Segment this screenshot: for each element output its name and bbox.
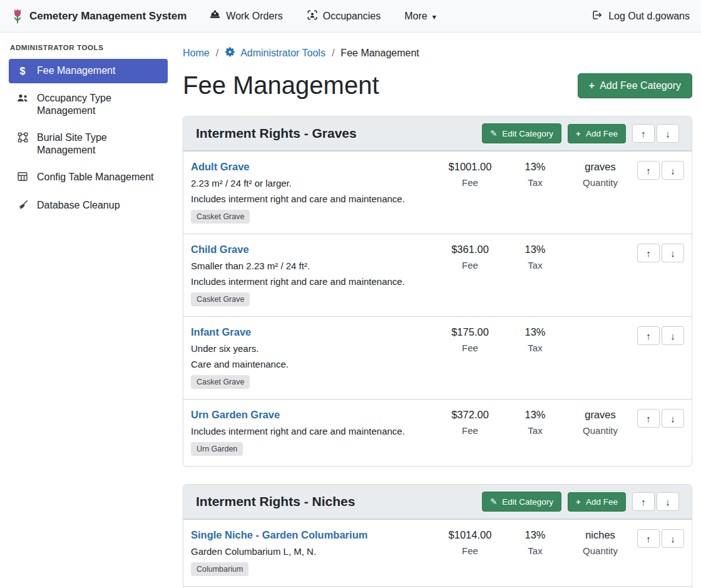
move-fee-down-button[interactable]: ↓: [662, 529, 684, 548]
fee-description: Care and maintenance.: [191, 359, 436, 369]
nav-work-orders[interactable]: Work Orders: [209, 9, 282, 23]
move-category-down-button[interactable]: ↓: [657, 124, 679, 143]
tulip-logo-icon: [11, 8, 24, 24]
sidebar: ADMINISTRATOR TOOLS $ Fee Management Occ…: [0, 33, 175, 588]
add-fee-button[interactable]: + Add Fee: [568, 492, 626, 512]
top-navbar: Cemetery Management System Work Orders: [0, 0, 701, 33]
quantity-label: Quantity: [566, 545, 634, 556]
arrow-down-icon: ↓: [665, 128, 670, 139]
add-fee-button[interactable]: + Add Fee: [568, 124, 626, 143]
add-fee-category-button[interactable]: + Add Fee Category: [578, 73, 692, 98]
page-title: Fee Management: [183, 71, 379, 100]
arrow-up-icon: ↑: [646, 248, 651, 259]
fee-type-badge: Casket Grave: [191, 375, 250, 389]
brand-link[interactable]: Cemetery Management System: [11, 8, 187, 24]
fee-name-link[interactable]: Infant Grave: [191, 326, 251, 338]
fee-label: Fee: [436, 343, 504, 353]
nav-more[interactable]: More ▾: [404, 11, 436, 22]
fee-label: Fee: [436, 545, 504, 556]
category-title: Interment Rights - Niches: [196, 494, 355, 509]
fee-type-badge: Casket Grave: [191, 210, 250, 224]
pencil-icon: ✎: [490, 497, 497, 507]
fee-name-link[interactable]: Urn Garden Grave: [191, 409, 280, 421]
breadcrumb-admin-tools-link[interactable]: Administrator Tools: [225, 46, 325, 60]
sidebar-item-label: Fee Management: [37, 64, 115, 77]
move-fee-up-button[interactable]: ↑: [637, 326, 660, 345]
fee-description: Smaller than 2.23 m² / 24 ft².: [191, 260, 436, 271]
move-category-up-button[interactable]: ↑: [632, 124, 655, 143]
quantity-column: niches Quantity: [566, 529, 634, 556]
nav-occupancies-label: Occupancies: [323, 11, 381, 22]
fee-amount: $361.00: [436, 244, 504, 255]
move-category-down-button[interactable]: ↓: [657, 492, 679, 511]
fee-amount: $1001.00: [436, 161, 504, 173]
add-fee-label: Add Fee: [586, 129, 618, 138]
sidebar-item-burial-site-type-management[interactable]: Burial Site Type Management: [9, 126, 168, 162]
move-fee-down-button[interactable]: ↓: [662, 161, 684, 180]
move-fee-down-button[interactable]: ↓: [662, 409, 684, 428]
breadcrumb-home-link[interactable]: Home: [183, 48, 210, 59]
tax-label: Tax: [504, 545, 566, 556]
fee-description: Includes interment right and care and ma…: [191, 193, 436, 204]
breadcrumb-separator: /: [332, 48, 334, 59]
fee-amount-column: $361.00 Fee: [436, 244, 504, 271]
category-card-graves: Interment Rights - Graves ✎ Edit Categor…: [183, 116, 692, 467]
fee-amount: $175.00: [436, 326, 504, 338]
tax-column: 13% Tax: [504, 409, 566, 436]
tax-column: 13% Tax: [504, 161, 566, 188]
breadcrumb: Home / Administrator Tools / Fee Managem…: [183, 45, 692, 60]
nav-occupancies[interactable]: Occupancies: [307, 9, 381, 23]
arrow-up-icon: ↑: [646, 331, 651, 341]
table-icon: [16, 172, 29, 185]
sidebar-item-label: Database Cleanup: [37, 199, 120, 212]
arrow-down-icon: ↓: [670, 413, 675, 424]
sidebar-item-occupancy-type-management[interactable]: Occupancy Type Management: [9, 86, 168, 123]
tax-label: Tax: [504, 425, 566, 436]
tax-column: 13% Tax: [504, 529, 566, 556]
move-fee-up-button[interactable]: ↑: [637, 244, 660, 262]
sidebar-item-config-table-management[interactable]: Config Table Management: [9, 165, 168, 190]
logout-label: Log Out d.gowans: [608, 11, 690, 22]
quantity-label: Quantity: [566, 425, 634, 436]
tax-label: Tax: [504, 343, 566, 353]
fee-name-link[interactable]: Child Grave: [191, 244, 249, 255]
move-fee-up-button[interactable]: ↑: [637, 529, 660, 548]
logout-icon: [591, 9, 603, 23]
tax-value: 13%: [504, 161, 566, 173]
fee-amount: $372.00: [436, 409, 504, 421]
arrow-up-icon: ↑: [646, 413, 651, 424]
category-header: Interment Rights - Graves ✎ Edit Categor…: [183, 116, 692, 151]
move-category-up-button[interactable]: ↑: [632, 492, 655, 511]
sidebar-item-fee-management[interactable]: $ Fee Management: [9, 59, 168, 83]
pencil-icon: ✎: [490, 128, 497, 138]
fee-name-link[interactable]: Adult Grave: [191, 161, 250, 173]
category-card-niches: Interment Rights - Niches ✎ Edit Categor…: [183, 484, 692, 588]
main-content: Home / Administrator Tools / Fee Managem…: [175, 33, 701, 588]
fee-row-urn-garden-grave: Urn Garden Grave Includes interment righ…: [183, 399, 692, 466]
arrow-down-icon: ↓: [665, 497, 670, 507]
arrow-down-icon: ↓: [670, 248, 675, 259]
move-fee-down-button[interactable]: ↓: [662, 326, 684, 345]
fee-type-badge: Urn Garden: [191, 442, 243, 456]
quantity-unit: graves: [566, 161, 634, 173]
fee-amount-column: $372.00 Fee: [436, 409, 504, 436]
nav-more-label: More: [404, 11, 427, 22]
vector-square-icon: [16, 132, 29, 146]
edit-category-button[interactable]: ✎ Edit Category: [482, 492, 561, 512]
arrow-up-icon: ↑: [641, 128, 646, 139]
tax-column: 13% Tax: [504, 244, 566, 271]
logout-button[interactable]: Log Out d.gowans: [591, 9, 690, 23]
fee-name-link[interactable]: Single Niche - Garden Columbarium: [191, 529, 367, 541]
fee-description: Under six years.: [191, 343, 436, 354]
fee-type-badge: Columbarium: [191, 562, 248, 576]
sidebar-item-label: Config Table Management: [37, 171, 154, 183]
quantity-label: Quantity: [566, 177, 634, 188]
arrow-down-icon: ↓: [670, 534, 675, 544]
move-fee-up-button[interactable]: ↑: [637, 161, 660, 180]
edit-category-button[interactable]: ✎ Edit Category: [482, 123, 561, 143]
move-fee-up-button[interactable]: ↑: [637, 409, 660, 428]
tax-value: 13%: [504, 529, 566, 541]
users-icon: [16, 93, 29, 106]
sidebar-item-database-cleanup[interactable]: Database Cleanup: [9, 193, 168, 219]
move-fee-down-button[interactable]: ↓: [662, 244, 684, 262]
